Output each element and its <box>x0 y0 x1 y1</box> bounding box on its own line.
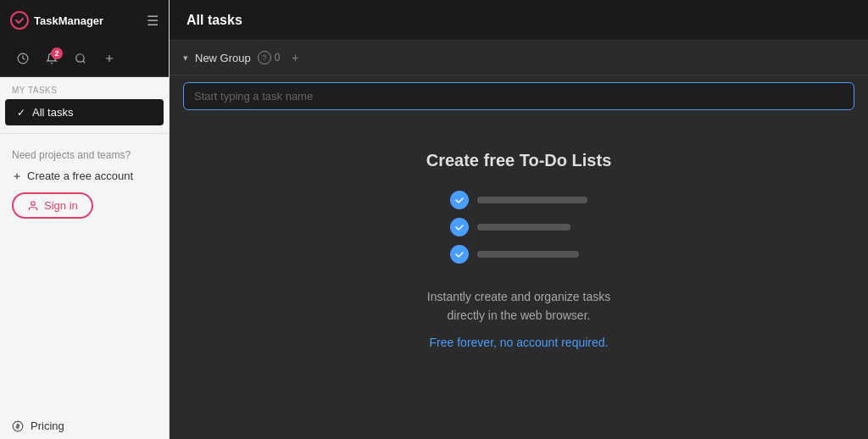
todo-check-3 <box>450 245 469 264</box>
group-header: ▾ New Group ? 0 + <box>170 41 868 75</box>
clock-button[interactable] <box>10 46 36 71</box>
group-name[interactable]: New Group <box>195 52 251 64</box>
sidebar-header: TaskManager ☰ <box>0 0 169 41</box>
todo-line-1 <box>477 197 587 203</box>
svg-point-2 <box>76 54 84 62</box>
svg-point-0 <box>11 12 28 29</box>
check-icon: ✓ <box>17 107 25 119</box>
todo-item-3 <box>450 245 587 264</box>
group-add-button[interactable]: + <box>287 49 303 66</box>
group-chevron-icon[interactable]: ▾ <box>183 53 188 64</box>
check-icon-3 <box>454 249 465 259</box>
sidebar: TaskManager ☰ 2 My Tasks <box>0 0 170 439</box>
create-account-button[interactable]: Create a free account <box>0 164 169 187</box>
sign-in-button[interactable]: Sign in <box>12 192 93 219</box>
my-tasks-label: My Tasks <box>0 77 169 98</box>
pricing-item[interactable]: Pricing <box>0 413 169 439</box>
create-account-label: Create a free account <box>27 169 133 182</box>
page-title: All tasks <box>186 13 242 28</box>
todo-item-1 <box>450 191 587 209</box>
all-tasks-label: All tasks <box>32 106 73 119</box>
search-icon <box>75 53 86 64</box>
need-projects-text: Need projects and teams? <box>0 141 169 164</box>
search-button[interactable] <box>68 46 93 71</box>
pricing-label: Pricing <box>31 420 64 432</box>
promo-section: Create free To-Do Lists <box>170 117 868 383</box>
todo-check-1 <box>450 191 469 209</box>
sidebar-divider <box>0 133 169 134</box>
add-button[interactable] <box>97 46 122 71</box>
todo-line-2 <box>477 224 570 231</box>
promo-free-text: Free forever, no account required. <box>430 336 609 349</box>
main-body: ▾ New Group ? 0 + Create free To-Do List… <box>170 41 868 439</box>
svg-point-3 <box>31 201 36 205</box>
main-header: All tasks <box>170 0 868 41</box>
logo-icon <box>10 11 29 30</box>
logo-area: TaskManager <box>10 11 103 30</box>
bell-badge: 2 <box>51 47 63 59</box>
plus-icon <box>103 53 115 64</box>
promo-description: Instantly create and organize tasksdirec… <box>427 287 610 325</box>
group-count: 0 <box>275 52 281 64</box>
main-content: All tasks ▾ New Group ? 0 + Create free … <box>170 0 868 439</box>
todo-list-visual <box>450 191 587 264</box>
bell-button[interactable]: 2 <box>39 46 64 71</box>
user-icon <box>27 200 39 212</box>
todo-line-3 <box>477 251 579 258</box>
logo-text: TaskManager <box>34 14 103 27</box>
plus-small-icon <box>12 171 22 181</box>
group-count-area: ? 0 <box>258 51 281 64</box>
sign-in-label: Sign in <box>44 199 78 212</box>
task-input-row <box>170 75 868 117</box>
group-info-icon: ? <box>258 51 271 64</box>
sidebar-toolbar: 2 <box>0 41 169 77</box>
sidebar-toggle-icon[interactable]: ☰ <box>147 13 159 29</box>
todo-item-2 <box>450 218 587 236</box>
check-icon-1 <box>454 195 465 205</box>
clock-icon <box>17 53 29 64</box>
sidebar-item-all-tasks[interactable]: ✓ All tasks <box>5 99 164 125</box>
todo-check-2 <box>450 218 469 236</box>
task-input[interactable] <box>183 82 854 110</box>
check-icon-2 <box>454 222 465 232</box>
dollar-icon <box>12 420 24 432</box>
promo-title: Create free To-Do Lists <box>426 151 612 170</box>
